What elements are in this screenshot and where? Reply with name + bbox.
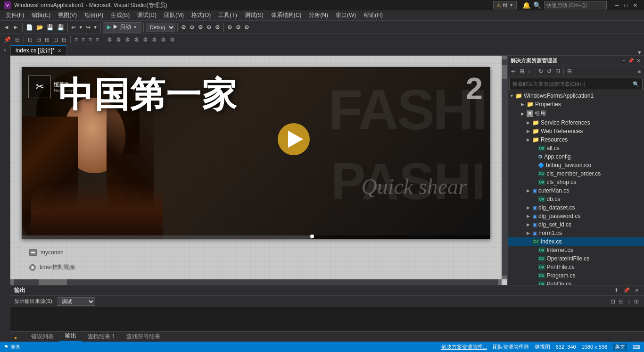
menu-format[interactable]: 格式(O) (188, 10, 215, 20)
search-icon-title[interactable]: 🔍 (533, 1, 541, 9)
config-dropdown[interactable]: Debug (146, 23, 175, 32)
notification-icon[interactable]: 🔔 (522, 1, 530, 9)
tb2-icon12[interactable]: ⚙ (115, 35, 123, 44)
tab-find-symbols[interactable]: 查找符号结果 (121, 332, 166, 342)
output-tb4[interactable]: ⊞ (633, 298, 640, 305)
tb2-icon8[interactable]: ≡ (80, 35, 86, 44)
close-button[interactable]: ✕ (630, 1, 640, 9)
start-button[interactable]: ▶ ▶ 启动 ▼ (103, 22, 141, 33)
tree-app-config[interactable]: ⚙ App.config (508, 152, 644, 161)
se-btn-pin[interactable]: 📌 (627, 58, 635, 64)
title-search-box[interactable]: 快速启动 (Ctrl+Q) (544, 1, 606, 9)
se-tb6[interactable]: ⊡ (554, 67, 561, 75)
tab-output[interactable]: 输出 (59, 331, 82, 342)
tb2-icon9[interactable]: ≡ (87, 35, 93, 44)
tb2-icon13[interactable]: ⚙ (124, 35, 132, 44)
status-se-link[interactable]: 解决方案资源管理... (441, 344, 487, 351)
se-tb4[interactable]: ↻ (537, 67, 545, 75)
designer-canvas[interactable]: FASHI PASHI (10, 56, 507, 285)
se-tb2[interactable]: ⊞ (518, 67, 526, 75)
designer-hscroll[interactable] (10, 279, 502, 285)
tree-cls-member[interactable]: C# cls_member_order.cs (508, 169, 644, 178)
tree-printfile[interactable]: C# PrintFile.cs (508, 263, 644, 271)
tb2-icon5[interactable]: ⊡ (52, 35, 59, 44)
tree-pubop[interactable]: C# PubOp.cs (508, 280, 644, 285)
open-btn[interactable]: 📂 (35, 23, 45, 32)
active-tab[interactable]: index.cs [设计]* ✕ (10, 45, 66, 55)
tree-properties[interactable]: ▶ 📁 Properties (508, 100, 644, 109)
menu-arch[interactable]: 体系结构(C) (267, 10, 305, 20)
tree-solution-root[interactable]: ▼ 📁 WindowsFormsApplication1 (508, 92, 644, 100)
designer-vscroll[interactable] (502, 56, 507, 279)
se-tb3[interactable]: ⌂ (527, 67, 533, 75)
minimize-button[interactable]: ─ (612, 1, 622, 9)
tb2-icon6[interactable]: ⊟ (60, 35, 68, 44)
tb-icon6[interactable]: ⚙ (226, 23, 234, 32)
tab-error-list[interactable]: 错误列表 (25, 332, 59, 342)
tree-cuterman[interactable]: ▶ ▣ cuterMan.cs (508, 186, 644, 195)
tb-icon1[interactable]: ⚙ (180, 23, 188, 32)
tree-references[interactable]: ▶ R 引用 (508, 109, 644, 118)
new-file-btn[interactable]: 📄 (25, 23, 34, 32)
tb2-icon1[interactable]: ⊞ (14, 35, 21, 44)
menu-edit[interactable]: 编辑(E) (28, 10, 54, 20)
tb2-icon4[interactable]: ⊞ (43, 35, 51, 44)
tree-all-cs[interactable]: C# all.cs (508, 144, 644, 152)
tree-web-refs[interactable]: ▶ 📁 Web References (508, 127, 644, 135)
tb2-icon15[interactable]: ⚙ (141, 35, 149, 44)
tb2-icon17[interactable]: ⚙ (159, 35, 167, 44)
se-search-input[interactable] (512, 81, 631, 87)
menu-test[interactable]: 测试(S) (241, 10, 267, 20)
undo-btn[interactable]: ↩ (70, 23, 77, 32)
menu-window[interactable]: 窗口(W) (332, 10, 360, 20)
left-sidebar-pin[interactable]: ≡ (3, 49, 8, 51)
tb2-icon7[interactable]: ≡ (73, 35, 79, 44)
menu-team[interactable]: 团队(M) (160, 10, 188, 20)
tb-icon8[interactable]: ⚙ (243, 23, 251, 32)
tb-icon3[interactable]: ⚙ (197, 23, 205, 32)
output-tb2[interactable]: ⊟ (618, 298, 625, 305)
menu-view[interactable]: 视图(V) (54, 10, 81, 20)
tb-icon2[interactable]: ⚙ (188, 23, 196, 32)
status-team-link[interactable]: 团队资源管理器 (493, 344, 529, 351)
tree-db[interactable]: C# db.cs (508, 195, 644, 203)
tree-service-refs[interactable]: ▶ 📁 Service References (508, 118, 644, 127)
play-button[interactable] (278, 123, 310, 155)
menu-debug[interactable]: 调试(D) (133, 10, 160, 20)
output-tb3[interactable]: ↕ (626, 298, 632, 305)
menu-tools[interactable]: 工具(T) (215, 10, 240, 20)
tree-program[interactable]: C# Program.cs (508, 271, 644, 280)
nav-fwd-btn[interactable]: ► (11, 23, 20, 32)
tree-dlg-password[interactable]: ▶ ▣ dlg_password.cs (508, 212, 644, 220)
menu-help[interactable]: 帮助(H) (360, 10, 387, 20)
menu-build[interactable]: 生成(B) (107, 10, 133, 20)
tree-form1[interactable]: ▶ ▣ Form1.cs (508, 229, 644, 237)
se-btn-collapse[interactable]: − (621, 58, 626, 64)
tb2-icon16[interactable]: ⚙ (150, 35, 158, 44)
tb-icon7[interactable]: ⚙ (234, 23, 242, 32)
output-tb1[interactable]: ⊡ (609, 298, 617, 305)
tree-ico[interactable]: 🔷 bitbug_favicon.ico (508, 161, 644, 169)
tab-close-btn[interactable]: ✕ (58, 48, 61, 53)
menu-file[interactable]: 文件(F) (2, 10, 28, 20)
tb2-icon14[interactable]: ⚙ (132, 35, 140, 44)
pin-btn[interactable]: 📌 (2, 35, 13, 44)
tree-dlg-dataset[interactable]: ▶ ▣ dlg_dataset.cs (508, 203, 644, 212)
maximize-button[interactable]: □ (621, 1, 630, 9)
tree-cls-shop[interactable]: C# cls_shop.cs (508, 178, 644, 186)
tree-internet[interactable]: C# Internet.cs (508, 246, 644, 254)
tree-resources[interactable]: ▶ 📁 Resources (508, 135, 644, 144)
tb2-icon11[interactable]: ⚙ (106, 35, 114, 44)
output-close-btn[interactable]: ✕ (633, 287, 640, 294)
status-class-link[interactable]: 类视图 (535, 344, 550, 351)
tb-icon5[interactable]: ⚙ (214, 23, 222, 32)
tree-operateini[interactable]: C# OperateIniFile.cs (508, 254, 644, 263)
nav-back-btn[interactable]: ◄ (2, 23, 11, 32)
tb2-icon2[interactable]: ⊡ (26, 35, 34, 44)
output-collapse-btn[interactable]: ⬆ (613, 287, 620, 294)
save-btn[interactable]: 💾 (45, 23, 55, 32)
se-tb5[interactable]: ↺ (545, 67, 553, 75)
undo-dropdown[interactable]: ▼ (78, 24, 84, 31)
tb2-icon3[interactable]: ⊟ (35, 35, 42, 44)
redo-btn[interactable]: ↪ (84, 23, 92, 32)
